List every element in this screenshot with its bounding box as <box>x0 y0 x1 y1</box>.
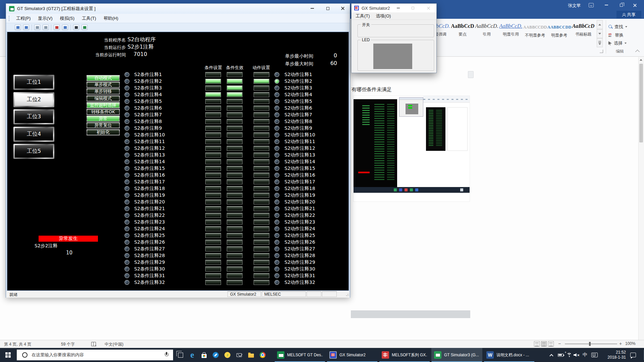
folder-icon <box>248 354 254 358</box>
gx-window-frame: GX Simulator2 工具(T)选项(O) 开关 RESETSTOPRUN… <box>351 3 437 73</box>
file-explorer-button[interactable] <box>245 348 257 362</box>
taskbar: 在这里输入你要搜索的内容 e ♪ MELSOFT GT Des...GX Sim… <box>0 348 644 362</box>
clock[interactable]: 21:52 2018-1-31 <box>602 348 626 362</box>
edge-button[interactable]: e <box>186 348 198 362</box>
cortana-icon <box>22 352 28 358</box>
tray-time: 21:52 <box>616 350 626 355</box>
gt-sim-icon <box>434 351 441 359</box>
gx-minimize-button[interactable] <box>394 5 402 11</box>
gt-designer-icon <box>277 351 284 359</box>
edge-icon: e <box>190 352 194 358</box>
gx-window-title: GX Simulator2 <box>362 6 390 11</box>
microphone-icon[interactable] <box>164 352 168 358</box>
taskbar-app-word[interactable]: W说明文档.docx - ... <box>484 348 535 362</box>
taskbar-app-label: MELSOFT系列 GX... <box>392 352 427 358</box>
touch-keyboard-icon[interactable] <box>590 348 599 362</box>
chrome-button[interactable] <box>257 348 268 362</box>
taskbar-app-label: 说明文档.docx - ... <box>496 352 529 358</box>
led-panel <box>373 44 412 69</box>
desktop: 张文苹 共享 AaBbCcD.明显强调AaBbCcD要点AaBbCcD.引用Aa… <box>0 0 644 362</box>
taskbar-app-gx-works[interactable]: MELSOFT系列 GX... <box>379 348 430 362</box>
taskbar-app-gx-sim[interactable]: GX Simulator2 <box>327 348 378 362</box>
gx-menu-item-2[interactable]: 选项(O) <box>376 13 391 19</box>
switch-groupbox: 开关 <box>358 24 434 37</box>
windows-logo-icon <box>5 352 11 358</box>
settings-tool-button[interactable] <box>210 348 221 362</box>
hidden-icons-button[interactable] <box>547 348 555 362</box>
gx-maximize-button[interactable] <box>409 5 417 11</box>
battery-status-icon[interactable] <box>556 348 565 362</box>
gx-menu-item-1[interactable]: 工具(T) <box>356 13 370 19</box>
action-center-button[interactable] <box>628 348 638 362</box>
task-view-button[interactable] <box>175 348 186 362</box>
store-icon <box>202 354 207 358</box>
tray-date: 2018-1-31 <box>607 355 626 360</box>
chevron-up-icon <box>549 354 553 358</box>
volume-muted-icon[interactable]: ✕ <box>572 348 581 362</box>
music-note-icon: ♪ <box>224 352 230 358</box>
taskbar-app-gt-sim[interactable]: GT Simulator3 (G... <box>431 348 482 362</box>
store-button[interactable] <box>198 348 210 362</box>
task-view-icon <box>178 353 183 358</box>
start-button[interactable] <box>0 348 16 362</box>
gx-close-button[interactable] <box>424 5 433 11</box>
gx-works-icon <box>382 351 389 359</box>
search-placeholder-text: 在这里输入你要搜索的内容 <box>32 352 84 358</box>
action-center-icon <box>630 353 636 357</box>
mail-icon <box>236 353 242 357</box>
led-group-label: LED <box>361 38 371 42</box>
chrome-icon <box>260 352 266 358</box>
gx-simulator-app-icon <box>354 6 359 10</box>
gx-simulator2-window: GX Simulator2 工具(T)选项(O) 开关 RESETSTOPRUN… <box>0 0 644 362</box>
wrench-icon <box>213 352 219 358</box>
qq-music-button[interactable]: ♪ <box>222 348 233 362</box>
taskbar-app-label: GT Simulator3 (G... <box>444 353 479 357</box>
gx-sim-icon <box>329 351 337 359</box>
taskbar-app-label: GX Simulator2 <box>339 353 366 357</box>
taskbar-app-label: MELSOFT GT Des... <box>287 353 323 357</box>
word-icon: W <box>486 351 494 359</box>
taskbar-app-gt-designer[interactable]: MELSOFT GT Des... <box>274 348 325 362</box>
switch-group-label: 开关 <box>361 22 371 28</box>
gx-menu-bar: 工具(T)选项(O) <box>352 12 436 20</box>
mail-button[interactable] <box>233 348 245 362</box>
taskbar-search-input[interactable]: 在这里输入你要搜索的内容 <box>17 350 173 360</box>
ime-language-indicator[interactable]: 中 <box>581 348 589 362</box>
